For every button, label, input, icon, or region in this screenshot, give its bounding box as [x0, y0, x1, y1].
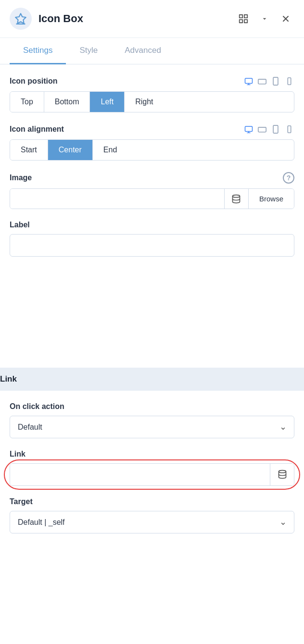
icon-position-field: Icon position — [10, 76, 294, 112]
settings-content: Icon position — [0, 64, 304, 368]
svg-point-21 — [279, 471, 286, 473]
link-section-header: Link — [0, 368, 304, 391]
position-left-btn[interactable]: Left — [90, 92, 125, 112]
svg-rect-8 — [245, 78, 253, 84]
link-input-row — [10, 463, 294, 486]
device-desktop-align-icon[interactable] — [243, 124, 254, 135]
device-tablet-landscape-icon[interactable] — [257, 76, 267, 87]
link-field-label: Link — [10, 450, 294, 458]
svg-rect-14 — [245, 126, 253, 132]
link-input[interactable] — [10, 464, 270, 485]
on-click-action-field: On click action Default Custom URL Light… — [10, 402, 294, 438]
dropdown-button[interactable] — [256, 10, 273, 27]
icon-position-label: Icon position — [10, 76, 294, 87]
image-input-row: Browse — [10, 188, 294, 209]
svg-point-20 — [233, 195, 240, 197]
label-field: Label — [10, 221, 294, 257]
device-icons-alignment — [243, 124, 294, 135]
device-tablet-landscape-align-icon[interactable] — [257, 124, 267, 135]
device-mobile-align-icon[interactable] — [284, 124, 294, 135]
target-field: Target Default | _self _blank _parent _t… — [10, 497, 294, 533]
on-click-select-wrap: Default Custom URL Lightbox ⌄ — [10, 416, 294, 438]
icon-alignment-label: Icon alignment — [10, 124, 294, 135]
svg-rect-18 — [273, 125, 278, 133]
icon-position-group: Top Bottom Left Right — [10, 91, 294, 112]
target-select[interactable]: Default | _self _blank _parent _top — [10, 511, 294, 533]
header-actions — [235, 10, 294, 27]
label-input[interactable] — [10, 234, 294, 257]
alignment-center-btn[interactable]: Center — [48, 140, 93, 160]
layout-button[interactable] — [235, 10, 252, 27]
svg-marker-0 — [15, 13, 26, 24]
svg-rect-12 — [273, 77, 278, 85]
link-field-wrap — [10, 463, 294, 486]
target-select-wrap: Default | _self _blank _parent _top ⌄ — [10, 511, 294, 533]
on-click-action-label: On click action — [10, 402, 294, 411]
browse-button[interactable]: Browse — [248, 189, 294, 209]
icon-alignment-field: Icon alignment — [10, 124, 294, 161]
svg-rect-5 — [244, 20, 247, 23]
tab-advanced[interactable]: Advanced — [111, 38, 175, 64]
device-icons-position — [243, 76, 294, 87]
image-database-icon[interactable] — [224, 189, 248, 209]
panel-title: Icon Box — [38, 12, 235, 25]
svg-rect-2 — [240, 15, 242, 18]
label-field-label: Label — [10, 221, 294, 229]
on-click-select[interactable]: Default Custom URL Lightbox — [10, 416, 294, 438]
device-mobile-icon[interactable] — [284, 76, 294, 87]
position-right-btn[interactable]: Right — [125, 92, 164, 112]
link-database-icon[interactable] — [270, 464, 294, 485]
position-top-btn[interactable]: Top — [10, 92, 44, 112]
tabs-bar: Settings Style Advanced — [0, 38, 304, 64]
device-tablet-portrait-icon[interactable] — [270, 76, 281, 87]
image-help-icon[interactable]: ? — [283, 172, 294, 184]
image-label: Image ? — [10, 172, 294, 184]
svg-rect-11 — [258, 79, 266, 84]
svg-rect-4 — [240, 20, 242, 23]
device-tablet-portrait-align-icon[interactable] — [270, 124, 281, 135]
svg-rect-19 — [288, 126, 291, 133]
alignment-start-btn[interactable]: Start — [10, 140, 48, 160]
header: Icon Box — [0, 0, 304, 38]
image-field: Image ? Browse — [10, 172, 294, 209]
svg-rect-17 — [258, 127, 266, 132]
link-content: On click action Default Custom URL Light… — [0, 391, 304, 644]
target-label: Target — [10, 497, 294, 506]
svg-rect-3 — [244, 15, 247, 18]
panel: Icon Box Settings Style Advanced — [0, 0, 304, 644]
widget-icon — [10, 8, 32, 30]
link-field-row: Link — [10, 450, 294, 486]
tab-style[interactable]: Style — [66, 38, 111, 64]
position-bottom-btn[interactable]: Bottom — [44, 92, 90, 112]
svg-rect-13 — [288, 78, 291, 85]
icon-alignment-group: Start Center End — [10, 139, 294, 161]
alignment-end-btn[interactable]: End — [93, 140, 127, 160]
image-input[interactable] — [10, 189, 224, 209]
close-button[interactable] — [277, 10, 294, 27]
device-desktop-icon[interactable] — [243, 76, 254, 87]
tab-settings[interactable]: Settings — [10, 38, 66, 64]
